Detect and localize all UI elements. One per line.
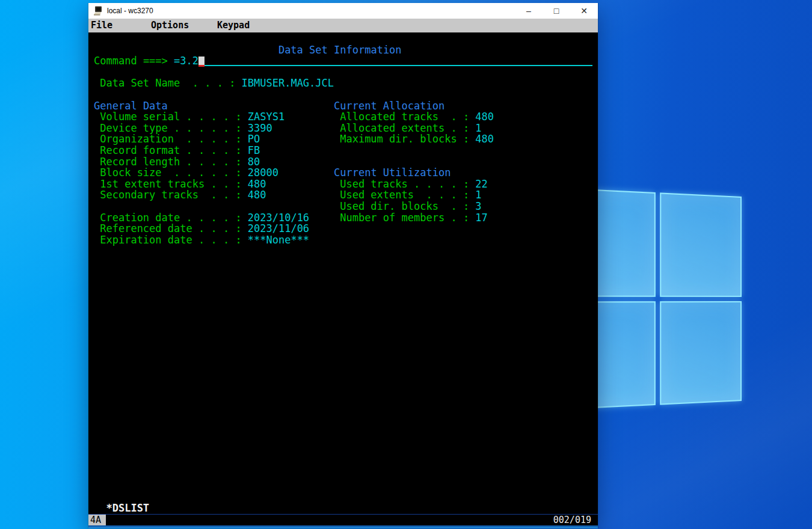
panel-title: Data Set Information <box>94 44 598 56</box>
terminal-text: 480 <box>475 111 494 123</box>
terminal-text: ***None*** <box>248 234 309 246</box>
maximize-button[interactable]: □ <box>543 3 570 19</box>
terminal-text: Used extents . . . : <box>340 189 469 201</box>
terminal-line: Creation date . . . . :2023/10/16Number … <box>94 212 598 224</box>
terminal-text: ZASYS1 <box>248 111 285 123</box>
terminal-text: Referenced date . . . : <box>100 223 241 234</box>
menu-options[interactable]: Options <box>151 20 189 31</box>
terminal-text: Record length . . . . : <box>100 156 241 168</box>
terminal-text: 1 <box>475 189 481 201</box>
wc3270-window: local - wc3270 – □ ✕ File Options Keypad… <box>88 3 598 528</box>
terminal-text: PO <box>248 133 260 145</box>
terminal-text: Volume serial . . . . : <box>100 111 241 123</box>
terminal-text: 3 <box>475 201 481 212</box>
terminal-text: Data Set Name . . . : <box>100 78 235 89</box>
terminal-text: 17 <box>475 212 487 224</box>
terminal-line: Record format . . . . :FB <box>94 145 598 156</box>
terminal-text: 480 <box>248 189 266 201</box>
terminal-text: Used dir. blocks . : <box>340 201 469 212</box>
section-headers: General DataCurrent Allocation <box>94 100 598 112</box>
terminal-text: FB <box>248 145 260 156</box>
terminal-text: 1st extent tracks . . : <box>100 179 241 190</box>
terminal-line: Block size . . . . . :28000Current Utili… <box>94 167 598 179</box>
terminal-text: Creation date . . . . : <box>100 212 241 224</box>
minimize-button[interactable]: – <box>515 3 543 19</box>
terminal-text: Current Allocation <box>334 100 444 112</box>
terminal-text: Allocated extents . : <box>340 123 469 134</box>
terminal-text: IBMUSER.MAG.JCL <box>242 78 334 89</box>
terminal-text: Data Set Information <box>278 44 402 56</box>
text-cursor <box>198 57 205 67</box>
terminal-text: Record format . . . . : <box>100 145 241 156</box>
terminal-text: 480 <box>248 179 266 190</box>
terminal-line: Secondary tracks . . :480Used extents . … <box>94 189 598 201</box>
terminal-text: *DSLIST <box>106 503 149 514</box>
terminal-text: 2023/10/16 <box>248 212 309 224</box>
close-button[interactable]: ✕ <box>570 3 598 19</box>
terminal-line: Record length . . . . :80 <box>94 156 598 168</box>
terminal-text: Secondary tracks . . : <box>100 189 241 201</box>
title-bar[interactable]: local - wc3270 – □ ✕ <box>88 3 598 19</box>
terminal-text: Device type . . . . . : <box>100 123 241 134</box>
window-bottom-border <box>88 525 598 528</box>
terminal-text: General Data <box>94 100 168 112</box>
oia-status-bar: 4A 002/019 <box>88 514 598 525</box>
command-input-underline[interactable] <box>205 65 592 66</box>
terminal-screen[interactable]: Data Set InformationCommand ===>=3.2Data… <box>88 32 598 514</box>
terminal-text: Organization . . . . : <box>100 133 241 145</box>
message-line: *DSLIST <box>94 503 598 514</box>
terminal-line: Volume serial . . . . :ZASYS1Allocated t… <box>94 111 598 123</box>
terminal-text: Maximum dir. blocks : <box>340 133 469 145</box>
terminal-text: 480 <box>475 133 494 145</box>
menu-file[interactable]: File <box>91 20 112 31</box>
terminal-line: Used dir. blocks . :3 <box>94 201 598 212</box>
terminal-text: 28000 <box>248 167 278 179</box>
terminal-text: Block size . . . . . : <box>100 167 241 179</box>
terminal-text: Allocated tracks . : <box>340 111 469 123</box>
windows-logo-pane <box>660 301 742 405</box>
terminal-line: Expiration date . . . :***None*** <box>94 234 598 246</box>
connection-status-badge: 4A <box>88 515 106 525</box>
terminal-text: 2023/11/06 <box>248 223 309 234</box>
terminal-text: Expiration date . . . : <box>100 234 241 246</box>
windows-logo-pane <box>660 192 742 296</box>
terminal-text: =3.2 <box>174 55 198 67</box>
terminal-line: 1st extent tracks . . :480Used tracks . … <box>94 179 598 190</box>
cursor-position-indicator: 002/019 <box>553 515 591 525</box>
terminal-text: Command ===> <box>94 55 168 67</box>
terminal-icon <box>93 6 103 16</box>
menu-bar: File Options Keypad <box>88 19 598 32</box>
window-controls: – □ ✕ <box>515 3 598 19</box>
terminal-text: Used tracks . . . . : <box>340 179 469 190</box>
terminal-text: Current Utilization <box>334 167 451 179</box>
dataset-name-line: Data Set Name . . . :IBMUSER.MAG.JCL <box>94 78 598 89</box>
terminal-text: 22 <box>475 179 487 190</box>
terminal-line: Device type . . . . . :3390Allocated ext… <box>94 123 598 134</box>
terminal-text: 3390 <box>248 123 272 134</box>
terminal-line: Organization . . . . :POMaximum dir. blo… <box>94 133 598 145</box>
terminal-line: Referenced date . . . :2023/11/06 <box>94 223 598 234</box>
terminal-text: 80 <box>248 156 260 168</box>
terminal-text: Number of members . : <box>340 212 469 224</box>
window-title: local - wc3270 <box>107 7 153 15</box>
menu-keypad[interactable]: Keypad <box>217 20 250 31</box>
terminal-text: 1 <box>475 123 481 134</box>
